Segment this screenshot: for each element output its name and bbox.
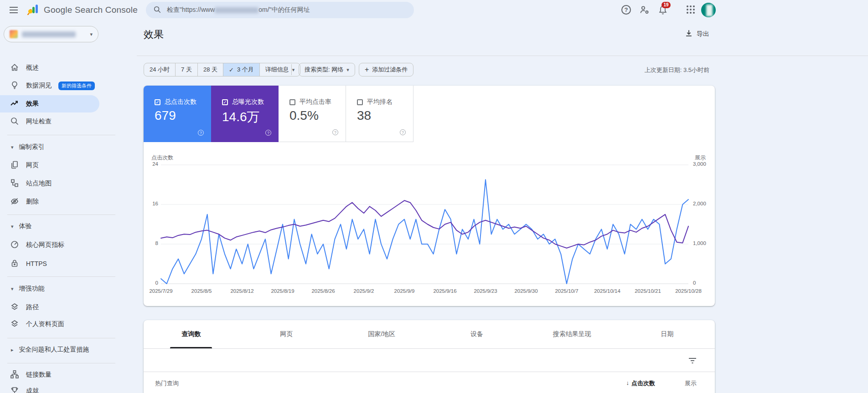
chevron-down-icon: ▾ <box>90 31 93 37</box>
details-chip[interactable]: 详细信息▾ <box>260 63 300 76</box>
search-placeholder: 检查"https://wwwom/"中的任何网址 <box>167 6 310 14</box>
app-logo[interactable]: Google Search Console <box>27 3 138 17</box>
export-button[interactable]: 导出 <box>685 29 709 39</box>
avg-position-tile[interactable]: 平均排名 38 ? <box>346 86 413 142</box>
sidebar-item-core-web-vitals[interactable]: 核心网页指标 <box>0 236 137 254</box>
divider <box>7 338 115 338</box>
filter-list-icon[interactable] <box>687 356 698 366</box>
help-icon[interactable]: ? <box>198 130 204 136</box>
top-bar: Google Search Console 检查"https://wwwom/"… <box>0 0 868 20</box>
range-7d-chip[interactable]: 7 天 <box>176 63 198 76</box>
download-icon <box>685 29 693 39</box>
sidebar-item-https[interactable]: HTTPS <box>0 255 137 272</box>
tab-queries[interactable]: 查询数 <box>144 320 239 348</box>
divider <box>137 56 868 56</box>
y-axis-right-title: 展示 <box>695 154 706 162</box>
sitemap-icon <box>10 179 19 189</box>
notifications-icon[interactable]: 19 <box>657 5 668 15</box>
lock-icon <box>10 259 19 269</box>
url-inspect-search-input[interactable]: 检查"https://wwwom/"中的任何网址 <box>146 2 414 18</box>
performance-chart: 点击次数 展示 081624 01,0002,0003,000 2025/7/2… <box>144 142 715 306</box>
filter-toolbar: 24 小时 7 天 28 天 ✓3 个月 详细信息▾ 搜索类型: 网络▾ +添加… <box>137 63 868 77</box>
sidebar-item-url-inspection[interactable]: 网址检查 <box>0 113 137 130</box>
lightbulb-icon <box>10 81 19 91</box>
search-type-chip-group: 搜索类型: 网络▾ <box>299 63 355 77</box>
chevron-down-icon: ▾ <box>292 67 295 73</box>
checkbox-unchecked-icon[interactable] <box>289 99 295 105</box>
sidebar-item-insights[interactable]: 数据洞见 新的筛选条件 <box>0 77 137 94</box>
column-impressions[interactable]: 展示 <box>685 379 697 388</box>
speedometer-icon <box>10 240 19 250</box>
checkbox-checked-icon[interactable]: ✓ <box>155 99 160 105</box>
chart-plot <box>161 165 688 284</box>
app-title: Google Search Console <box>44 5 138 15</box>
tab-pages[interactable]: 网页 <box>239 320 334 348</box>
sidebar-item-removals[interactable]: 删除 <box>0 193 137 210</box>
caret-right-icon: ▸ <box>11 347 14 353</box>
sidebar-item-profile-pages[interactable]: 个人资料页面 <box>0 316 137 333</box>
property-name-redacted <box>22 31 76 37</box>
sidebar-item-security[interactable]: ▸ 安全问题和人工处置措施 <box>0 343 137 357</box>
add-filter-chip[interactable]: +添加过滤条件 <box>359 63 413 76</box>
search-type-chip[interactable]: 搜索类型: 网络▾ <box>299 63 355 76</box>
column-clicks-sort[interactable]: ↓点击次数 <box>626 379 656 388</box>
magnifier-icon <box>10 117 19 127</box>
property-selector[interactable]: ▾ <box>4 26 98 42</box>
range-24h-chip[interactable]: 24 小时 <box>144 63 176 76</box>
menu-icon[interactable] <box>8 5 19 15</box>
user-settings-icon[interactable] <box>639 5 650 15</box>
check-icon: ✓ <box>229 66 234 73</box>
tab-search-appearance[interactable]: 搜索结果呈现 <box>524 320 620 348</box>
section-enhancements[interactable]: ▾ 增强功能 <box>0 282 137 296</box>
sidebar-item-sitemaps[interactable]: 站点地图 <box>0 175 137 192</box>
range-3m-chip[interactable]: ✓3 个月 <box>223 63 260 76</box>
layers-icon <box>10 302 19 313</box>
plus-icon: + <box>365 66 369 74</box>
help-icon[interactable]: ? <box>400 129 406 135</box>
link-tree-icon <box>10 370 19 380</box>
performance-card: ✓总点击次数 679 ? ✓总曝光次数 14.6万 ? 平均点击率 0.5% ?… <box>144 86 715 306</box>
tab-devices[interactable]: 设备 <box>429 320 524 348</box>
checkbox-checked-icon[interactable]: ✓ <box>222 99 228 105</box>
home-icon <box>10 63 19 73</box>
divider <box>7 276 115 277</box>
apps-grid-icon[interactable] <box>686 5 697 15</box>
range-28d-chip[interactable]: 28 天 <box>198 63 223 76</box>
help-icon[interactable]: ? <box>332 129 338 135</box>
search-console-logo-icon <box>27 3 39 17</box>
tab-dates[interactable]: 日期 <box>620 320 715 348</box>
y-axis-left-title: 点击次数 <box>151 154 173 162</box>
eye-off-icon <box>10 197 19 207</box>
sort-desc-icon: ↓ <box>626 379 630 388</box>
sidebar-item-paths[interactable]: 路径 <box>0 299 137 316</box>
divider <box>7 363 115 363</box>
avatar[interactable] <box>701 3 716 17</box>
total-clicks-tile[interactable]: ✓总点击次数 679 ? <box>144 86 211 142</box>
avg-ctr-value: 0.5% <box>289 108 319 123</box>
trophy-icon <box>10 386 19 393</box>
avg-ctr-tile[interactable]: 平均点击率 0.5% ? <box>279 86 346 142</box>
dimension-tabs: 查询数 网页 国家/地区 设备 搜索结果呈现 日期 <box>144 320 715 349</box>
total-clicks-value: 679 <box>155 108 176 123</box>
help-icon[interactable]: ? <box>621 5 631 15</box>
sidebar-item-links[interactable]: 链接数量 <box>0 366 137 383</box>
sidebar-item-performance[interactable]: 效果 <box>0 95 99 112</box>
divider <box>291 64 292 75</box>
sidebar-item-achievements[interactable]: 成就 <box>0 383 137 393</box>
new-filter-badge: 新的筛选条件 <box>58 82 95 90</box>
caret-down-icon: ▾ <box>11 144 14 150</box>
sidebar: ▾ 概述 数据洞见 新的筛选条件 效果 网址检查 ▾ 编制索引 网页 站点地图 … <box>0 20 137 393</box>
section-experience[interactable]: ▾ 体验 <box>0 219 137 233</box>
total-impressions-value: 14.6万 <box>222 108 260 126</box>
table-filter-row <box>144 349 715 372</box>
checkbox-unchecked-icon[interactable] <box>357 99 363 105</box>
add-filter-chip-group: +添加过滤条件 <box>359 63 413 77</box>
section-indexing[interactable]: ▾ 编制索引 <box>0 140 137 154</box>
total-impressions-tile[interactable]: ✓总曝光次数 14.6万 ? <box>211 86 279 142</box>
sidebar-item-pages[interactable]: 网页 <box>0 157 137 174</box>
tab-countries[interactable]: 国家/地区 <box>334 320 429 348</box>
caret-down-icon: ▾ <box>11 286 14 292</box>
help-icon[interactable]: ? <box>265 130 271 136</box>
property-favicon <box>10 30 18 38</box>
sidebar-item-overview[interactable]: 概述 <box>0 59 137 77</box>
